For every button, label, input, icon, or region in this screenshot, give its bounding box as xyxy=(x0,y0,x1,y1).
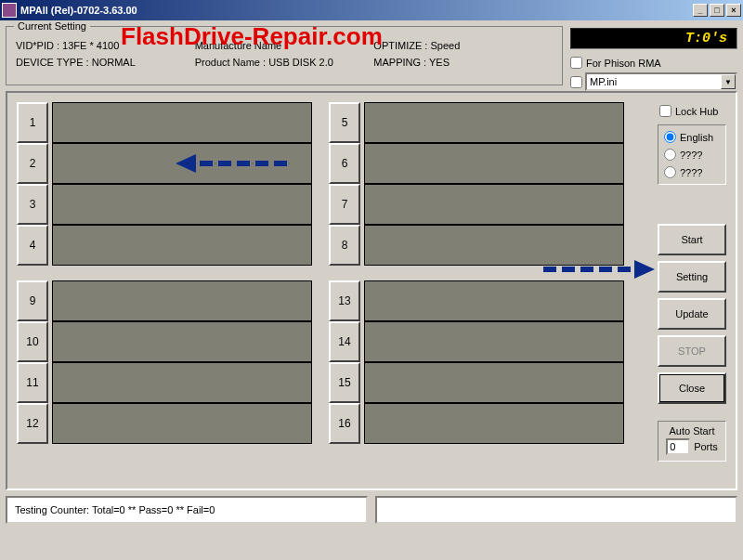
close-window-button[interactable]: × xyxy=(726,4,741,17)
slot-button-11[interactable]: 11 xyxy=(17,362,48,403)
lang-english-radio[interactable] xyxy=(664,131,676,143)
autostart-ports-input[interactable] xyxy=(666,438,690,455)
slot-field-14 xyxy=(364,321,624,362)
update-button[interactable]: Update xyxy=(658,298,726,330)
slot-button-6[interactable]: 6 xyxy=(329,143,360,184)
slot-field-12 xyxy=(52,403,312,444)
slot-button-3[interactable]: 3 xyxy=(17,184,48,225)
stop-button[interactable]: STOP xyxy=(658,335,726,367)
slot-button-8[interactable]: 8 xyxy=(329,225,360,266)
slot-button-10[interactable]: 10 xyxy=(17,321,48,362)
autostart-unit-label: Ports xyxy=(694,441,718,452)
slot-field-7 xyxy=(364,184,624,225)
vidpid-label: VID*PID : 13FE * 4100 xyxy=(16,40,195,51)
slot-field-4 xyxy=(52,225,312,266)
current-setting-legend: Current Setting xyxy=(14,20,90,32)
slot-button-16[interactable]: 16 xyxy=(329,403,360,444)
slot-field-1 xyxy=(52,102,312,143)
ini-file-value: MP.ini xyxy=(590,76,617,87)
status-counter-box: Testing Counter: Total=0 ** Pass=0 ** Fa… xyxy=(6,496,368,524)
lang-english-label: English xyxy=(680,132,713,143)
phison-rma-checkbox[interactable] xyxy=(570,57,582,69)
slot-field-5 xyxy=(364,102,624,143)
lang-opt2-radio[interactable] xyxy=(664,149,676,161)
slot-field-8 xyxy=(364,225,624,266)
slot-button-4[interactable]: 4 xyxy=(17,225,48,266)
timer-display: T:0's xyxy=(570,28,737,49)
slot-field-10 xyxy=(52,321,312,362)
slot-button-5[interactable]: 5 xyxy=(329,102,360,143)
setting-button[interactable]: Setting xyxy=(658,261,726,293)
slot-field-13 xyxy=(364,280,624,321)
slot-button-7[interactable]: 7 xyxy=(329,184,360,225)
autostart-label: Auto Start xyxy=(664,425,720,436)
phison-rma-label: For Phison RMA xyxy=(586,58,661,69)
mapping-label: MAPPING : YES xyxy=(373,57,553,68)
slot-button-13[interactable]: 13 xyxy=(329,280,360,321)
lock-hub-checkbox[interactable] xyxy=(659,105,671,117)
status-secondary-box xyxy=(375,496,737,524)
autostart-group: Auto Start Ports xyxy=(658,421,726,462)
main-panel: 1 2 3 4 9 10 11 12 5 6 7 8 xyxy=(6,91,737,490)
maximize-button[interactable]: □ xyxy=(710,4,724,17)
lang-opt3-label: ???? xyxy=(680,167,702,178)
slot-button-14[interactable]: 14 xyxy=(329,321,360,362)
slot-button-15[interactable]: 15 xyxy=(329,362,360,403)
titlebar: MPAll (Rel)-0702-3.63.00 _ □ × xyxy=(0,0,743,20)
ini-checkbox[interactable] xyxy=(570,76,582,88)
slot-field-15 xyxy=(364,362,624,403)
devicetype-label: DEVICE TYPE : NORMAL xyxy=(16,57,195,68)
chevron-down-icon[interactable]: ▼ xyxy=(721,74,736,89)
slot-field-9 xyxy=(52,280,312,321)
status-counter-text: Testing Counter: Total=0 ** Pass=0 ** Fa… xyxy=(15,504,215,515)
lang-opt3-radio[interactable] xyxy=(664,166,676,178)
slot-field-3 xyxy=(52,184,312,225)
slot-field-2 xyxy=(52,143,312,184)
slot-field-11 xyxy=(52,362,312,403)
ini-file-combo[interactable]: MP.ini ▼ xyxy=(585,72,737,91)
productname-label: Product Name : USB DISK 2.0 xyxy=(195,57,374,68)
language-group: English ???? ???? xyxy=(658,124,726,185)
slot-button-2[interactable]: 2 xyxy=(17,143,48,184)
optimize-label: OPTIMIZE : Speed xyxy=(373,40,553,51)
slot-field-6 xyxy=(364,143,624,184)
slot-field-16 xyxy=(364,403,624,444)
slot-button-9[interactable]: 9 xyxy=(17,280,48,321)
slot-button-1[interactable]: 1 xyxy=(17,102,48,143)
lock-hub-label: Lock Hub xyxy=(675,106,718,117)
minimize-button[interactable]: _ xyxy=(693,4,708,17)
close-button[interactable]: Close xyxy=(658,372,726,404)
window-title: MPAll (Rel)-0702-3.63.00 xyxy=(20,5,691,16)
start-button[interactable]: Start xyxy=(658,224,726,255)
lang-opt2-label: ???? xyxy=(680,150,702,161)
app-icon xyxy=(2,3,17,18)
manufacture-label: Manufacture Name : xyxy=(195,40,374,51)
slot-button-12[interactable]: 12 xyxy=(17,403,48,444)
current-setting-group: Current Setting VID*PID : 13FE * 4100 Ma… xyxy=(6,26,563,85)
